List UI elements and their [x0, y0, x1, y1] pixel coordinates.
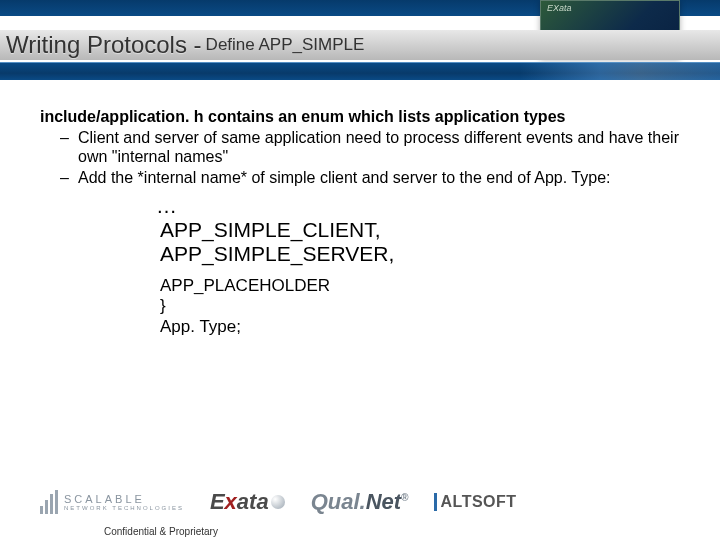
bullet-list: Client and server of same application ne… — [78, 128, 680, 188]
code-ellipsis: … — [156, 194, 680, 218]
slide-title-sub: Define APP_SIMPLE — [206, 35, 365, 55]
code-block: … APP_SIMPLE_CLIENT, APP_SIMPLE_SERVER, … — [160, 194, 680, 338]
scalable-text-top: SCALABLE — [64, 493, 145, 505]
code-line: APP_SIMPLE_CLIENT, — [160, 218, 680, 242]
scalable-text-bottom: NETWORK TECHNOLOGIES — [64, 505, 184, 511]
confidential-text: Confidential & Proprietary — [104, 526, 218, 537]
logo-altsoft: ALTSOFT — [434, 493, 516, 511]
logo-scalable: SCALABLE NETWORK TECHNOLOGIES — [40, 490, 184, 514]
corner-label: EXata — [547, 3, 572, 13]
title-band: Writing Protocols - Define APP_SIMPLE — [0, 30, 720, 60]
sphere-icon — [271, 495, 285, 509]
code-line: APP_SIMPLE_SERVER, — [160, 242, 680, 266]
slide-content: include/application. h contains an enum … — [40, 108, 680, 337]
logo-qualnet: Qual.Net® — [311, 489, 409, 515]
scalable-bars-icon — [40, 490, 58, 514]
secondary-blue-band — [0, 62, 720, 80]
footer-logos: SCALABLE NETWORK TECHNOLOGIES Exata Qual… — [40, 484, 680, 520]
logo-exata: Exata — [210, 489, 285, 515]
code-tail: APP_PLACEHOLDER } App. Type; — [160, 276, 680, 337]
slide-title-main: Writing Protocols - — [6, 31, 202, 59]
bullet-item: Client and server of same application ne… — [78, 128, 680, 166]
bullet-item: Add the *internal name* of simple client… — [78, 168, 680, 187]
content-heading: include/application. h contains an enum … — [40, 108, 680, 126]
